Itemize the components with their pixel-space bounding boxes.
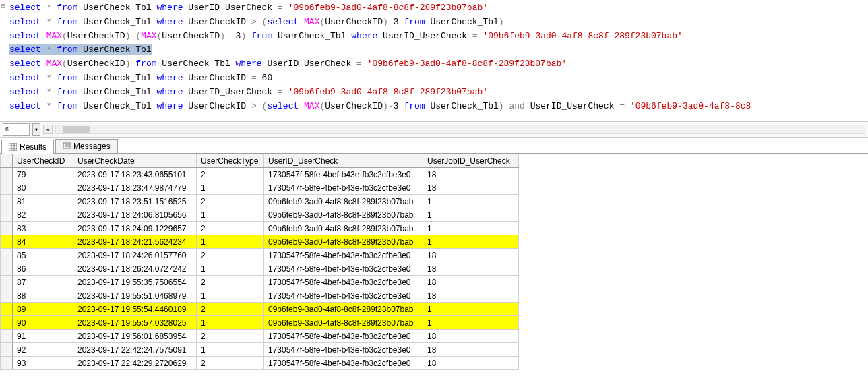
cell[interactable]: 18 xyxy=(423,343,519,357)
row-header[interactable] xyxy=(1,262,13,276)
col-header-userjobid-usercheck[interactable]: UserJobID_UserCheck xyxy=(423,154,519,168)
cell[interactable]: 1 xyxy=(197,262,264,276)
table-row[interactable]: 812023-09-17 18:23:51.1516525209b6feb9-3… xyxy=(1,195,519,208)
cell[interactable]: 2023-09-17 18:23:51.1516525 xyxy=(73,195,197,208)
cell[interactable]: 2023-09-17 19:55:35.7506554 xyxy=(73,276,197,289)
row-header[interactable] xyxy=(1,276,13,289)
cell[interactable]: 18 xyxy=(423,330,519,343)
cell[interactable]: 84 xyxy=(13,235,73,249)
cell[interactable]: 2023-09-17 18:23:43.0655101 xyxy=(73,168,197,181)
cell[interactable]: 18 xyxy=(423,181,519,195)
table-row[interactable]: 792023-09-17 18:23:43.065510121730547f-5… xyxy=(1,168,519,181)
cell[interactable]: 1 xyxy=(423,316,519,330)
cell[interactable]: 89 xyxy=(13,303,73,316)
cell[interactable]: 1 xyxy=(197,289,264,303)
table-row[interactable]: 922023-09-17 22:42:24.757509111730547f-5… xyxy=(1,343,519,357)
col-header-userchecktype[interactable]: UserCheckType xyxy=(197,154,264,168)
row-header[interactable] xyxy=(1,330,13,343)
cell[interactable]: 18 xyxy=(423,168,519,181)
table-row[interactable]: 802023-09-17 18:23:47.987477911730547f-5… xyxy=(1,181,519,195)
cell[interactable]: 1730547f-58fe-4bef-b43e-fb3c2cfbe3e0 xyxy=(264,262,423,276)
row-header[interactable] xyxy=(1,343,13,357)
table-row[interactable]: 902023-09-17 19:55:57.0328025109b6feb9-3… xyxy=(1,316,519,330)
row-header[interactable] xyxy=(1,195,13,208)
zoom-dropdown[interactable]: ▼ xyxy=(32,123,40,136)
cell[interactable]: 2 xyxy=(197,303,264,316)
cell[interactable]: 1 xyxy=(423,195,519,208)
row-header[interactable] xyxy=(1,208,13,222)
cell[interactable]: 1730547f-58fe-4bef-b43e-fb3c2cfbe3e0 xyxy=(264,343,423,357)
cell[interactable]: 2023-09-17 18:23:47.9874779 xyxy=(73,181,197,195)
cell[interactable]: 1730547f-58fe-4bef-b43e-fb3c2cfbe3e0 xyxy=(264,249,423,262)
cell[interactable]: 2023-09-17 19:55:51.0468979 xyxy=(73,289,197,303)
cell[interactable]: 1 xyxy=(423,303,519,316)
table-row[interactable]: 892023-09-17 19:55:54.4460189209b6feb9-3… xyxy=(1,303,519,316)
table-row[interactable]: 882023-09-17 19:55:51.046897911730547f-5… xyxy=(1,289,519,303)
cell[interactable]: 2 xyxy=(197,168,264,181)
cell[interactable]: 1730547f-58fe-4bef-b43e-fb3c2cfbe3e0 xyxy=(264,181,423,195)
sql-editor[interactable]: select * from UserCheck_Tbl where UserID… xyxy=(0,0,868,121)
cell[interactable]: 87 xyxy=(13,276,73,289)
code-line[interactable]: select MAX(UserCheckID) from UserCheck_T… xyxy=(1,57,868,71)
tab-results[interactable]: Results xyxy=(1,140,54,154)
cell[interactable]: 2 xyxy=(197,249,264,262)
results-grid[interactable]: UserCheckID UserCheckDate UserCheckType … xyxy=(0,154,868,370)
table-row[interactable]: 912023-09-17 19:56:01.685395421730547f-5… xyxy=(1,330,519,343)
cell[interactable]: 1730547f-58fe-4bef-b43e-fb3c2cfbe3e0 xyxy=(264,276,423,289)
table-row[interactable]: 852023-09-17 18:24:26.015776021730547f-5… xyxy=(1,249,519,262)
cell[interactable]: 18 xyxy=(423,357,519,370)
cell[interactable]: 09b6feb9-3ad0-4af8-8c8f-289f23b07bab xyxy=(264,235,423,249)
cell[interactable]: 2023-09-17 19:56:01.6853954 xyxy=(73,330,197,343)
cell[interactable]: 1 xyxy=(197,316,264,330)
cell[interactable]: 82 xyxy=(13,208,73,222)
table-row[interactable]: 822023-09-17 18:24:06.8105656109b6feb9-3… xyxy=(1,208,519,222)
row-header[interactable] xyxy=(1,168,13,181)
cell[interactable]: 85 xyxy=(13,249,73,262)
table-row[interactable]: 842023-09-17 18:24:21.5624234109b6feb9-3… xyxy=(1,235,519,249)
tab-messages[interactable]: Messages xyxy=(55,139,118,153)
cell[interactable]: 18 xyxy=(423,262,519,276)
cell[interactable]: 1 xyxy=(197,343,264,357)
cell[interactable]: 2 xyxy=(197,330,264,343)
cell[interactable]: 2 xyxy=(197,195,264,208)
cell[interactable]: 81 xyxy=(13,195,73,208)
cell[interactable]: 1730547f-58fe-4bef-b43e-fb3c2cfbe3e0 xyxy=(264,357,423,370)
cell[interactable]: 09b6feb9-3ad0-4af8-8c8f-289f23b07bab xyxy=(264,195,423,208)
code-line[interactable]: select * from UserCheck_Tbl where UserCh… xyxy=(1,71,868,86)
row-header[interactable] xyxy=(1,357,13,370)
scroll-left-arrow[interactable]: ◄ xyxy=(43,125,53,134)
cell[interactable]: 2023-09-17 18:26:24.0727242 xyxy=(73,262,197,276)
row-header-corner[interactable] xyxy=(1,154,13,168)
cell[interactable]: 1730547f-58fe-4bef-b43e-fb3c2cfbe3e0 xyxy=(264,168,423,181)
cell[interactable]: 2023-09-17 19:55:57.0328025 xyxy=(73,316,197,330)
cell[interactable]: 18 xyxy=(423,249,519,262)
cell[interactable]: 09b6feb9-3ad0-4af8-8c8f-289f23b07bab xyxy=(264,316,423,330)
cell[interactable]: 93 xyxy=(13,357,73,370)
cell[interactable]: 1 xyxy=(197,208,264,222)
cell[interactable]: 80 xyxy=(13,181,73,195)
cell[interactable]: 88 xyxy=(13,289,73,303)
cell[interactable]: 2023-09-17 18:24:09.1229657 xyxy=(73,222,197,235)
row-header[interactable] xyxy=(1,222,13,235)
code-line[interactable]: select * from UserCheck_Tbl where UserCh… xyxy=(1,100,868,114)
cell[interactable]: 2 xyxy=(197,222,264,235)
code-line[interactable]: select MAX(UserCheckID)-(MAX(UserCheckID… xyxy=(1,30,868,44)
cell[interactable]: 83 xyxy=(13,222,73,235)
row-header[interactable] xyxy=(1,289,13,303)
col-header-userid-usercheck[interactable]: UserID_UserCheck xyxy=(264,154,423,168)
row-header[interactable] xyxy=(1,235,13,249)
cell[interactable]: 86 xyxy=(13,262,73,276)
cell[interactable]: 2023-09-17 19:55:54.4460189 xyxy=(73,303,197,316)
cell[interactable]: 91 xyxy=(13,330,73,343)
code-line[interactable]: select * from UserCheck_Tbl xyxy=(1,43,868,57)
cell[interactable]: 79 xyxy=(13,168,73,181)
table-row[interactable]: 862023-09-17 18:26:24.072724211730547f-5… xyxy=(1,262,519,276)
cell[interactable]: 1 xyxy=(197,181,264,195)
col-header-usercheckdate[interactable]: UserCheckDate xyxy=(73,154,197,168)
cell[interactable]: 2 xyxy=(197,276,264,289)
cell[interactable]: 2023-09-17 18:24:26.0157760 xyxy=(73,249,197,262)
zoom-input[interactable]: % xyxy=(3,123,30,136)
table-row[interactable]: 932023-09-17 22:42:29.272062921730547f-5… xyxy=(1,357,519,370)
row-header[interactable] xyxy=(1,249,13,262)
code-line[interactable]: select * from UserCheck_Tbl where UserID… xyxy=(1,1,868,16)
